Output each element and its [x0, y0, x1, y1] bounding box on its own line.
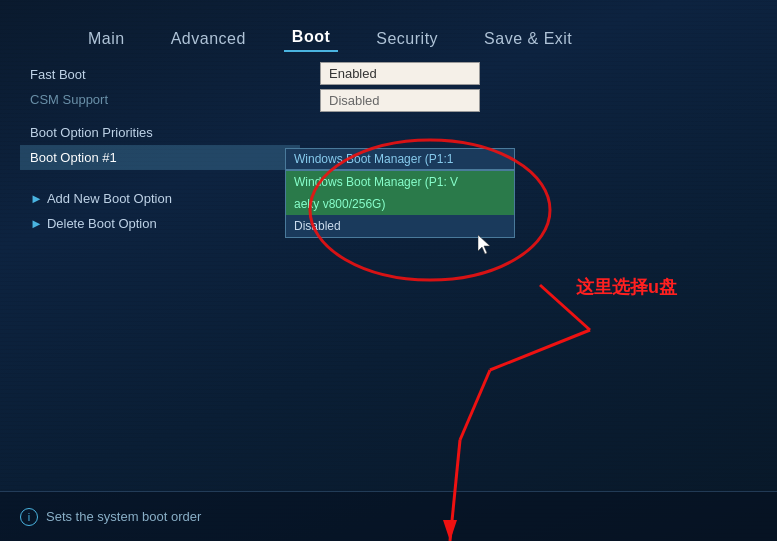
menu-item-main[interactable]: Main — [80, 26, 133, 52]
csm-support-row[interactable]: CSM Support — [20, 87, 300, 112]
arrow-icon-delete: ► — [30, 216, 43, 231]
csm-support-value[interactable]: Disabled — [320, 89, 480, 112]
fast-boot-value[interactable]: Enabled — [320, 62, 480, 85]
menu-bar: Main Advanced Boot Security Save & Exit — [0, 0, 777, 52]
fast-boot-row[interactable]: Fast Boot — [20, 62, 300, 87]
menu-item-advanced[interactable]: Advanced — [163, 26, 254, 52]
bottom-bar: i Sets the system boot order — [0, 491, 777, 541]
delete-boot-option-row[interactable]: ► Delete Boot Option — [20, 211, 300, 236]
right-panel: Enabled Disabled — [320, 62, 757, 481]
menu-item-boot[interactable]: Boot — [284, 24, 338, 52]
dropdown-list: Windows Boot Manager (P1: V aeky v800/25… — [285, 170, 515, 238]
info-icon: i — [20, 508, 38, 526]
boot-option-dropdown[interactable]: Windows Boot Manager (P1:1 Windows Boot … — [285, 148, 515, 238]
info-text: Sets the system boot order — [46, 509, 201, 524]
dropdown-item-2[interactable]: Disabled — [286, 215, 514, 237]
dropdown-item-1[interactable]: aeky v800/256G) — [286, 193, 514, 215]
left-panel: Fast Boot CSM Support Boot Option Priori… — [20, 62, 300, 481]
menu-item-save-exit[interactable]: Save & Exit — [476, 26, 580, 52]
dropdown-item-0[interactable]: Windows Boot Manager (P1: V — [286, 171, 514, 193]
menu-item-security[interactable]: Security — [368, 26, 446, 52]
boot-option-1-row[interactable]: Boot Option #1 — [20, 145, 300, 170]
dropdown-header: Windows Boot Manager (P1:1 — [285, 148, 515, 170]
content-area: Fast Boot CSM Support Boot Option Priori… — [0, 52, 777, 491]
boot-option-priorities-row[interactable]: Boot Option Priorities — [20, 120, 300, 145]
add-new-boot-option-row[interactable]: ► Add New Boot Option — [20, 186, 300, 211]
bios-screen: Main Advanced Boot Security Save & Exit … — [0, 0, 777, 541]
arrow-icon-add: ► — [30, 191, 43, 206]
